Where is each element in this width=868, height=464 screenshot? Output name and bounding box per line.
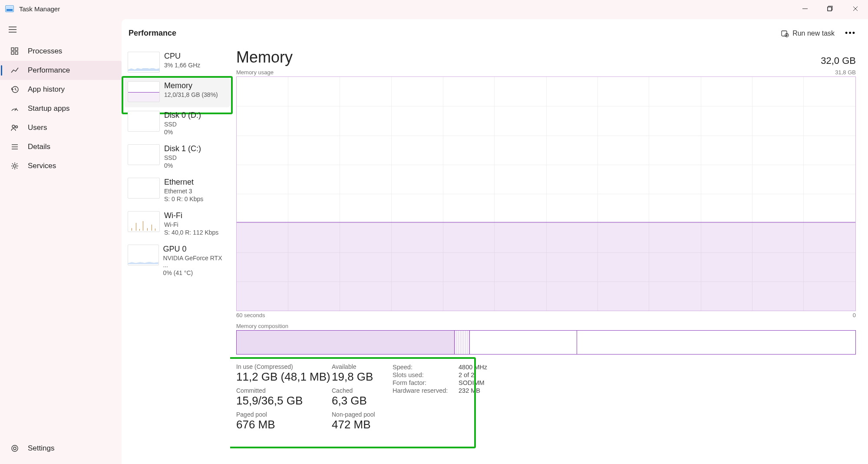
gauge-icon [10, 104, 19, 113]
resource-sidebar: CPU 3% 1,66 GHz Memory 12,0/31,8 GB (38%… [122, 46, 230, 464]
resource-subtext2: 0% [164, 129, 201, 136]
resource-item-gpu0[interactable]: GPU 0 NVIDIA GeForce RTX ... 0% (41 °C) [124, 241, 230, 282]
resource-label: Disk 0 (D:) [164, 111, 201, 120]
gpu-sparkline [128, 245, 159, 265]
composition-segment-free [577, 331, 855, 354]
app-icon [5, 5, 14, 12]
stat-value: 6,3 GB [332, 394, 393, 408]
resource-subtext: SSD [164, 121, 201, 128]
info-value: 232 MB [459, 387, 480, 394]
resource-item-memory[interactable]: Memory 12,0/31,8 GB (38%) [124, 78, 230, 107]
info-key: Hardware reserved: [393, 387, 453, 394]
list-icon [10, 143, 19, 151]
run-new-task-label: Run new task [792, 30, 835, 37]
sidebar-item-label: Startup apps [28, 104, 69, 113]
sidebar-item-label: App history [28, 85, 65, 94]
stat-value: 19,8 GB [332, 370, 393, 384]
resource-item-disk1[interactable]: Disk 1 (C:) SSD 0% [124, 141, 230, 174]
chart-axis-left: 60 seconds [236, 312, 265, 318]
close-button[interactable] [843, 0, 868, 17]
sidebar-item-services[interactable]: Services [0, 156, 122, 176]
svg-point-16 [16, 126, 18, 128]
resource-item-cpu[interactable]: CPU 3% 1,66 GHz [124, 48, 230, 78]
info-value: 2 of 2 [459, 371, 474, 378]
run-new-task-button[interactable]: Run new task [781, 30, 835, 37]
memory-sparkline [128, 81, 160, 102]
sidebar-item-performance[interactable]: Performance [0, 61, 122, 80]
page-title: Performance [129, 29, 176, 38]
sidebar-item-label: Processes [28, 47, 62, 56]
resource-label: CPU [164, 52, 200, 61]
chart-axis-right: 0 [853, 312, 856, 318]
stat-label: Paged pool [236, 411, 332, 418]
memory-info-table: Speed:4800 MHz Slots used:2 of 2 Form fa… [393, 363, 523, 431]
memory-stats: In use (Compressed) 11,2 GB (48,1 MB) Av… [236, 363, 856, 431]
memory-usage-fill [237, 222, 855, 311]
maximize-button[interactable] [818, 0, 843, 17]
svg-point-15 [12, 125, 15, 128]
resource-item-ethernet[interactable]: Ethernet Ethernet 3 S: 0 R: 0 Kbps [124, 174, 230, 208]
disk1-sparkline [128, 144, 160, 165]
usage-chart-label: Memory usage [236, 69, 274, 76]
svg-point-21 [13, 447, 16, 450]
sidebar: Processes Performance App history Startu… [0, 17, 122, 464]
sidebar-item-settings[interactable]: Settings [0, 439, 122, 458]
ethernet-sparkline [128, 178, 160, 199]
resource-label: Disk 1 (C:) [164, 144, 201, 153]
cpu-sparkline [128, 52, 160, 73]
stat-value: 15,9/36,5 GB [236, 394, 332, 408]
resource-item-disk0[interactable]: Disk 0 (D:) SSD 0% [124, 107, 230, 141]
sidebar-item-app-history[interactable]: App history [0, 80, 122, 99]
memory-usage-chart [236, 76, 856, 311]
window-title: Task Manager [19, 5, 60, 13]
resource-label: Ethernet [164, 178, 203, 187]
info-key: Slots used: [393, 371, 453, 378]
composition-segment-inuse [237, 331, 455, 354]
detail-pane: Memory 32,0 GB Memory usage 31,8 GB [230, 46, 868, 464]
run-task-icon [781, 30, 789, 37]
hamburger-button[interactable] [0, 26, 122, 42]
sidebar-item-label: Services [28, 162, 56, 170]
content-pane: Performance Run new task ••• CPU 3% 1,66… [122, 19, 868, 464]
svg-rect-11 [11, 52, 14, 54]
resource-subtext: SSD [164, 154, 201, 161]
sidebar-item-details[interactable]: Details [0, 137, 122, 156]
svg-point-20 [13, 165, 16, 167]
stat-label: Available [332, 363, 393, 370]
resource-subtext: 3% 1,66 GHz [164, 62, 200, 69]
svg-rect-10 [15, 48, 18, 50]
svg-rect-12 [15, 52, 18, 54]
sidebar-item-processes[interactable]: Processes [0, 42, 122, 61]
more-options-button[interactable]: ••• [843, 27, 858, 40]
info-value: SODIMM [459, 379, 485, 386]
gear-icon [10, 162, 19, 170]
minimize-button[interactable] [792, 0, 818, 17]
stat-value: 11,2 GB (48,1 MB) [236, 370, 332, 384]
wifi-sparkline [128, 211, 160, 232]
info-value: 4800 MHz [459, 364, 487, 371]
sidebar-item-startup[interactable]: Startup apps [0, 99, 122, 118]
stat-label: Non-paged pool [332, 411, 393, 418]
resource-subtext2: 0% [164, 162, 201, 169]
info-key: Speed: [393, 364, 453, 371]
resource-subtext2: 0% (41 °C) [163, 269, 227, 276]
settings-icon [10, 444, 19, 453]
disk0-sparkline [128, 111, 160, 132]
resource-item-wifi[interactable]: Wi-Fi Wi-Fi S: 40,0 R: 112 Kbps [124, 208, 230, 241]
sidebar-item-users[interactable]: Users [0, 118, 122, 137]
composition-segment-modified [455, 331, 470, 354]
resource-subtext2: S: 0 R: 0 Kbps [164, 196, 203, 202]
svg-point-22 [12, 445, 18, 451]
memory-composition-chart [236, 330, 856, 355]
resource-label: GPU 0 [163, 245, 227, 254]
chart-icon [10, 66, 19, 75]
detail-capacity: 32,0 GB [821, 55, 856, 66]
usage-chart-max: 31,8 GB [835, 69, 856, 76]
svg-rect-2 [828, 7, 832, 11]
resource-label: Memory [164, 81, 218, 90]
composition-segment-standby [470, 331, 577, 354]
resource-subtext: Wi-Fi [164, 221, 218, 228]
window-controls [792, 0, 868, 17]
sidebar-item-label: Settings [28, 444, 54, 453]
stat-label: Committed [236, 387, 332, 394]
